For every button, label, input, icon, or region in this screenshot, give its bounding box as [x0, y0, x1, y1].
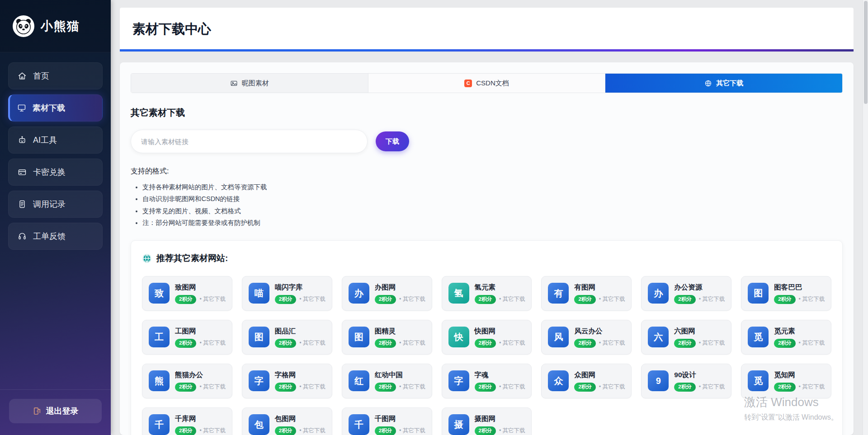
site-name: 工图网 [175, 327, 226, 336]
points-badge: 2积分 [375, 295, 396, 304]
download-input-row: 下载 [131, 130, 843, 153]
site-card[interactable]: 字 字魂 2积分 • 其它下载 [442, 364, 532, 398]
monitor-icon [17, 103, 26, 112]
site-info: 工图网 2积分 • 其它下载 [175, 327, 226, 348]
image-icon [230, 80, 238, 87]
material-link-input[interactable] [131, 130, 368, 153]
site-name: 熊猫办公 [175, 370, 226, 380]
site-card[interactable]: 9 90设计 2积分 • 其它下载 [641, 364, 731, 398]
logo: 小熊猫 [0, 0, 111, 52]
site-info: 图客巴巴 2积分 • 其它下载 [774, 283, 825, 304]
site-icon: 包 [249, 414, 269, 435]
site-card[interactable]: 氢 氢元素 2积分 • 其它下载 [442, 276, 532, 311]
site-icon: 风 [548, 327, 569, 347]
site-icon: 千 [349, 414, 369, 435]
site-icon: 字 [448, 370, 469, 391]
site-card[interactable]: 熊 熊猫办公 2积分 • 其它下载 [142, 364, 232, 398]
site-card[interactable]: 觅 觅元素 2积分 • 其它下载 [741, 320, 831, 355]
tab-label: CSDN文档 [476, 79, 509, 88]
main-content: 素材下载中心 昵图素材 C CSDN文档 [111, 0, 868, 435]
site-name: 觅元素 [774, 327, 825, 336]
site-category: • 其它下载 [499, 295, 525, 303]
points-badge: 2积分 [475, 383, 496, 392]
site-icon: 千 [149, 414, 170, 435]
formats-title: 支持的格式: [131, 167, 843, 176]
site-card[interactable]: 包 包图网 2积分 • 其它下载 [242, 407, 332, 435]
site-category: • 其它下载 [299, 295, 326, 303]
site-card[interactable]: 图 图客巴巴 2积分 • 其它下载 [741, 276, 831, 311]
site-card[interactable]: 摄 摄图网 2积分 • 其它下载 [442, 407, 532, 435]
sidebar-item-ai-tools[interactable]: AI工具 [8, 126, 103, 154]
site-category: • 其它下载 [699, 339, 725, 347]
tab-csdn-doc[interactable]: C CSDN文档 [368, 74, 606, 93]
site-name: 字格网 [275, 370, 326, 380]
tab-nitu-material[interactable]: 昵图素材 [131, 74, 368, 93]
site-info: 包图网 2积分 • 其它下载 [275, 414, 326, 435]
site-info: 快图网 2积分 • 其它下载 [475, 327, 525, 348]
site-card[interactable]: 风 风云办公 2积分 • 其它下载 [541, 320, 632, 355]
download-button[interactable]: 下载 [376, 131, 409, 151]
site-name: 千图网 [375, 414, 425, 424]
site-card[interactable]: 办 办公资源 2积分 • 其它下载 [641, 276, 731, 311]
site-category: • 其它下载 [299, 427, 326, 435]
points-badge: 2积分 [275, 426, 296, 435]
recommended-sites-card: 推荐其它素材网站: 致 致图网 2积分 • 其它下载 [131, 240, 843, 435]
site-info: 氢元素 2积分 • 其它下载 [475, 283, 525, 304]
site-icon: 9 [648, 370, 669, 391]
site-meta: 2积分 • 其它下载 [475, 426, 525, 435]
site-card[interactable]: 众 众图网 2积分 • 其它下载 [541, 364, 632, 398]
site-category: • 其它下载 [399, 295, 425, 303]
site-card[interactable]: 字 字格网 2积分 • 其它下载 [242, 364, 332, 398]
site-card[interactable]: 红 红动中国 2积分 • 其它下载 [342, 364, 432, 398]
site-info: 觅知网 2积分 • 其它下载 [774, 370, 825, 392]
site-meta: 2积分 • 其它下载 [774, 339, 825, 348]
site-card[interactable]: 工 工图网 2积分 • 其它下载 [142, 320, 232, 355]
site-icon: 字 [249, 370, 269, 391]
sidebar-item-call-records[interactable]: 调用记录 [8, 191, 103, 218]
site-card[interactable]: 千 千库网 2积分 • 其它下载 [142, 407, 232, 435]
site-card[interactable]: 图 图品汇 2积分 • 其它下载 [242, 320, 332, 355]
sidebar-item-ticket-feedback[interactable]: 工单反馈 [8, 223, 103, 250]
site-info: 字魂 2积分 • 其它下载 [475, 370, 525, 392]
sidebar-item-label: 工单反馈 [33, 231, 66, 242]
site-card[interactable]: 千 千图网 2积分 • 其它下载 [342, 407, 432, 435]
site-name: 红动中国 [375, 370, 425, 380]
sidebar-item-card-redeem[interactable]: 卡密兑换 [8, 159, 103, 186]
site-icon: 觅 [748, 370, 769, 391]
site-card[interactable]: 办 办图网 2积分 • 其它下载 [342, 276, 432, 311]
site-meta: 2积分 • 其它下载 [275, 426, 326, 435]
site-category: • 其它下载 [599, 383, 625, 391]
sidebar-item-label: 素材下载 [33, 103, 65, 113]
site-card[interactable]: 六 六图网 2积分 • 其它下载 [641, 320, 731, 355]
sidebar-item-material-download[interactable]: 素材下载 [8, 94, 103, 122]
points-badge: 2积分 [475, 295, 496, 304]
site-card[interactable]: 图 图精灵 2积分 • 其它下载 [342, 320, 432, 355]
sidebar-item-home[interactable]: 首页 [8, 62, 103, 89]
site-meta: 2积分 • 其它下载 [774, 295, 825, 304]
site-card[interactable]: 喵 喵闪字库 2积分 • 其它下载 [242, 276, 332, 311]
tab-label: 其它下载 [716, 79, 743, 88]
points-badge: 2积分 [375, 339, 396, 348]
site-info: 摄图网 2积分 • 其它下载 [475, 414, 525, 435]
site-meta: 2积分 • 其它下载 [175, 295, 226, 304]
site-info: 90设计 2积分 • 其它下载 [674, 370, 725, 392]
site-meta: 2积分 • 其它下载 [674, 383, 725, 392]
site-meta: 2积分 • 其它下载 [175, 426, 226, 435]
site-name: 办图网 [375, 283, 425, 292]
site-info: 众图网 2积分 • 其它下载 [574, 370, 625, 392]
tab-other-download[interactable]: 其它下载 [605, 74, 842, 93]
site-card[interactable]: 快 快图网 2积分 • 其它下载 [442, 320, 532, 355]
site-name: 致图网 [175, 283, 226, 292]
site-meta: 2积分 • 其它下载 [375, 383, 425, 392]
scrollbar[interactable] [863, 0, 868, 435]
site-category: • 其它下载 [799, 295, 825, 303]
site-icon: 图 [748, 283, 769, 304]
home-icon [18, 71, 27, 80]
logout-button[interactable]: 退出登录 [9, 399, 102, 423]
site-card[interactable]: 有 有图网 2积分 • 其它下载 [541, 276, 632, 311]
site-card[interactable]: 觅 觅知网 2积分 • 其它下载 [741, 364, 831, 398]
site-name: 图客巴巴 [774, 283, 825, 292]
scrollbar-thumb[interactable] [864, 1, 868, 104]
points-badge: 2积分 [375, 383, 396, 392]
site-card[interactable]: 致 致图网 2积分 • 其它下载 [142, 276, 232, 311]
